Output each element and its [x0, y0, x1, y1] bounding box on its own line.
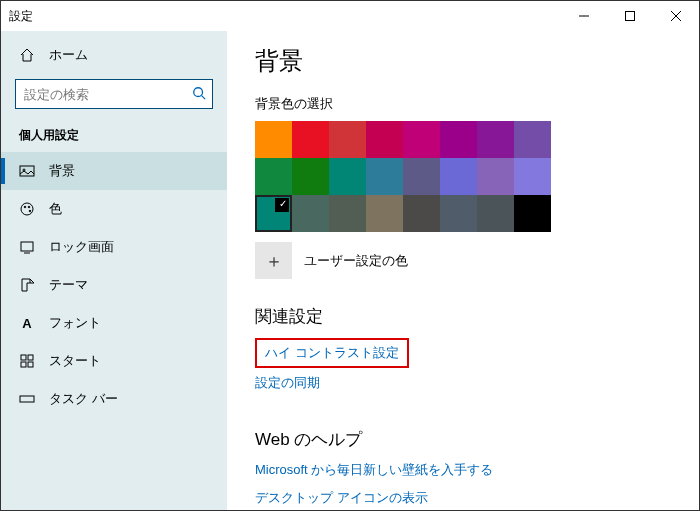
color-swatch[interactable]: ✓ [255, 195, 292, 232]
maximize-button[interactable] [607, 1, 653, 31]
svg-rect-15 [28, 355, 33, 360]
svg-point-11 [29, 210, 31, 212]
home-link[interactable]: ホーム [1, 37, 227, 73]
sidebar-item-colors[interactable]: 色 [1, 190, 227, 228]
svg-line-5 [202, 95, 206, 99]
color-swatch[interactable] [403, 195, 440, 232]
color-swatch[interactable] [477, 195, 514, 232]
color-swatch[interactable] [514, 195, 551, 232]
link-high-contrast[interactable]: ハイ コントラスト設定 [265, 344, 399, 362]
color-swatch[interactable] [366, 195, 403, 232]
svg-rect-6 [20, 166, 34, 176]
color-swatch[interactable] [292, 158, 329, 195]
start-icon [19, 353, 35, 369]
svg-rect-16 [21, 362, 26, 367]
svg-rect-17 [28, 362, 33, 367]
sidebar-item-lockscreen[interactable]: ロック画面 [1, 228, 227, 266]
svg-rect-18 [20, 396, 34, 402]
highlight-annotation: ハイ コントラスト設定 [255, 338, 409, 368]
sidebar-item-taskbar[interactable]: タスク バー [1, 380, 227, 418]
category-heading: 個人用設定 [1, 119, 227, 152]
color-swatch[interactable] [440, 121, 477, 158]
web-help-link[interactable]: デスクトップ アイコンの表示 [255, 489, 428, 507]
color-swatch[interactable] [329, 195, 366, 232]
titlebar: 設定 [1, 1, 699, 31]
svg-point-8 [21, 203, 33, 215]
link-sync-settings[interactable]: 設定の同期 [255, 374, 320, 392]
color-swatch[interactable] [329, 158, 366, 195]
search-input[interactable] [15, 79, 213, 109]
svg-rect-1 [626, 12, 635, 21]
picture-icon [19, 163, 35, 179]
custom-color-button[interactable]: ＋ [255, 242, 292, 279]
palette-icon [19, 201, 35, 217]
minimize-button[interactable] [561, 1, 607, 31]
color-swatch[interactable] [440, 158, 477, 195]
sidebar-item-label: フォント [49, 314, 101, 332]
color-swatch[interactable] [477, 121, 514, 158]
svg-point-10 [28, 206, 30, 208]
theme-icon [19, 277, 35, 293]
sidebar: ホーム 個人用設定 背景 色 ロック画面 [1, 31, 227, 510]
svg-rect-12 [21, 242, 33, 251]
settings-window: 設定 ホーム 個人用設定 背景 [0, 0, 700, 511]
color-swatch[interactable] [255, 158, 292, 195]
home-icon [19, 47, 35, 63]
custom-color-label: ユーザー設定の色 [304, 252, 408, 270]
color-swatch[interactable] [292, 195, 329, 232]
bg-color-label: 背景色の選択 [255, 95, 699, 113]
sidebar-item-label: 色 [49, 200, 62, 218]
sidebar-item-background[interactable]: 背景 [1, 152, 227, 190]
color-swatch[interactable] [440, 195, 477, 232]
web-help-heading: Web のヘルプ [255, 428, 699, 451]
svg-rect-14 [21, 355, 26, 360]
taskbar-icon [19, 391, 35, 407]
home-label: ホーム [49, 46, 88, 64]
page-title: 背景 [255, 45, 699, 77]
svg-point-9 [24, 206, 26, 208]
content-area: 背景 背景色の選択 ✓ ＋ ユーザー設定の色 関連設定 ハイ コントラスト設定 … [227, 31, 699, 510]
sidebar-item-label: スタート [49, 352, 101, 370]
sidebar-item-label: ロック画面 [49, 238, 114, 256]
color-swatch[interactable] [292, 121, 329, 158]
svg-point-4 [194, 87, 203, 96]
font-icon: A [19, 315, 35, 331]
close-button[interactable] [653, 1, 699, 31]
color-swatch[interactable] [403, 121, 440, 158]
color-swatch[interactable] [477, 158, 514, 195]
sidebar-item-label: タスク バー [49, 390, 118, 408]
search-icon [192, 86, 206, 103]
color-swatches: ✓ [255, 121, 699, 232]
color-swatch[interactable] [255, 121, 292, 158]
color-swatch[interactable] [366, 121, 403, 158]
sidebar-item-label: テーマ [49, 276, 88, 294]
sidebar-item-label: 背景 [49, 162, 75, 180]
color-swatch[interactable] [403, 158, 440, 195]
color-swatch[interactable] [514, 121, 551, 158]
sidebar-item-start[interactable]: スタート [1, 342, 227, 380]
lockscreen-icon [19, 239, 35, 255]
sidebar-item-themes[interactable]: テーマ [1, 266, 227, 304]
color-swatch[interactable] [366, 158, 403, 195]
related-heading: 関連設定 [255, 305, 699, 328]
web-help-link[interactable]: Microsoft から毎日新しい壁紙を入手する [255, 461, 493, 479]
color-swatch[interactable] [514, 158, 551, 195]
search-field[interactable] [24, 87, 192, 102]
window-title: 設定 [9, 8, 561, 25]
sidebar-item-fonts[interactable]: A フォント [1, 304, 227, 342]
color-swatch[interactable] [329, 121, 366, 158]
